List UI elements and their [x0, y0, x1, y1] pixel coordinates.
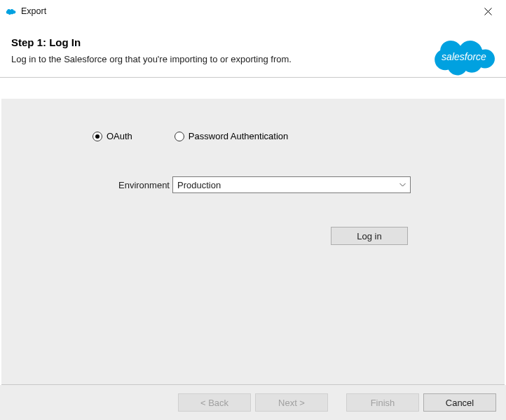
login-button[interactable]: Log in [331, 227, 408, 245]
wizard-header: Step 1: Log In Log in to the Salesforce … [0, 22, 506, 78]
window-title: Export [21, 6, 475, 16]
close-button[interactable] [475, 3, 500, 20]
cancel-button[interactable]: Cancel [423, 393, 496, 412]
step-description: Log in to the Salesforce org that you're… [11, 54, 495, 64]
titlebar: Export [0, 0, 506, 22]
back-button[interactable]: < Back [178, 393, 251, 412]
next-button[interactable]: Next > [255, 393, 328, 412]
radio-selected-icon [93, 132, 102, 141]
salesforce-logo: salesforce [432, 32, 496, 79]
login-row: Log in [331, 227, 505, 245]
finish-button[interactable]: Finish [346, 393, 419, 412]
oauth-label: OAuth [107, 131, 132, 141]
wizard-footer: < Back Next > Finish Cancel [0, 385, 506, 420]
svg-text:salesforce: salesforce [442, 51, 486, 62]
salesforce-cloud-icon [6, 7, 17, 15]
auth-method-group: OAuth Password Authentication [93, 131, 505, 141]
environment-value: Production [177, 180, 221, 190]
environment-label: Environment [118, 180, 170, 190]
chevron-down-icon [399, 181, 406, 189]
environment-row: Environment Production [118, 176, 505, 193]
radio-unselected-icon [175, 132, 184, 141]
oauth-radio[interactable]: OAuth [93, 131, 132, 141]
main-content: OAuth Password Authentication Environmen… [1, 99, 505, 385]
step-title: Step 1: Log In [11, 36, 495, 48]
close-icon [484, 8, 492, 15]
environment-select[interactable]: Production [172, 176, 411, 193]
password-auth-radio[interactable]: Password Authentication [175, 131, 288, 141]
password-auth-label: Password Authentication [189, 131, 288, 141]
